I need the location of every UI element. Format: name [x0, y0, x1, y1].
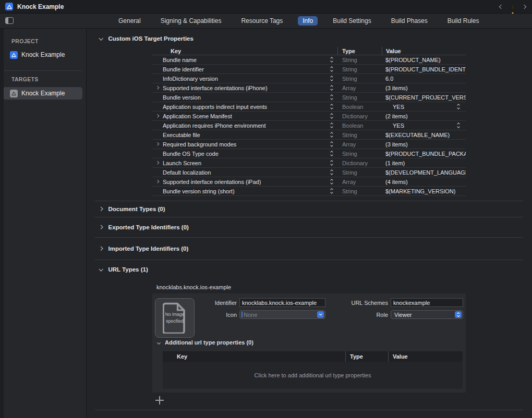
- disclosure-icon[interactable]: [152, 180, 163, 183]
- stepper-icon[interactable]: [331, 114, 333, 118]
- disclosure-icon[interactable]: [152, 115, 163, 117]
- tab-build-rules[interactable]: Build Rules: [443, 16, 484, 26]
- additional-properties-table: Key Type Value Click here to add additio…: [163, 351, 463, 389]
- forward-chevron-icon[interactable]: [522, 4, 527, 9]
- stepper-icon[interactable]: [331, 57, 333, 62]
- stepper-icon[interactable]: [331, 189, 333, 193]
- url-type-image-well[interactable]: No image specified: [155, 298, 195, 338]
- property-row[interactable]: Bundle OS Type codeString$(PRODUCT_BUNDL…: [152, 149, 466, 158]
- property-row[interactable]: Bundle nameString$(PRODUCT_NAME): [152, 55, 466, 65]
- sidebar-gutter: [0, 29, 4, 418]
- chevron-right-icon: [99, 225, 103, 229]
- section-custom-ios-target-properties[interactable]: Custom iOS Target Properties: [87, 35, 532, 42]
- tab-build-phases[interactable]: Build Phases: [386, 16, 432, 26]
- stepper-icon[interactable]: [331, 142, 333, 146]
- stepper-icon[interactable]: [331, 123, 333, 128]
- stepper-icon[interactable]: [331, 76, 333, 81]
- section-imported-type-identifiers[interactable]: Imported Type Identifiers (0): [87, 238, 532, 260]
- editor-tab-bar: GeneralSigning & CapabilitiesResource Ta…: [0, 14, 532, 29]
- property-key: Launch Screen: [163, 160, 331, 166]
- tab-signing-capabilities[interactable]: Signing & Capabilities: [156, 16, 226, 26]
- titlebar: Knock Example !: [0, 0, 532, 14]
- property-row[interactable]: Executable fileString$(EXECUTABLE_NAME): [152, 130, 466, 140]
- stepper-icon[interactable]: [331, 104, 333, 109]
- property-type: String: [337, 169, 382, 176]
- property-key: Application supports indirect input even…: [163, 104, 331, 110]
- property-key: InfoDictionary version: [163, 76, 331, 82]
- column-type: Type: [337, 47, 382, 55]
- property-type: Dictionary: [337, 160, 382, 166]
- property-row[interactable]: Launch ScreenDictionary(1 item): [152, 158, 466, 168]
- column-value: Value: [382, 47, 466, 55]
- section-exported-type-identifiers[interactable]: Exported Type Identifiers (0): [87, 217, 532, 237]
- property-row[interactable]: Application requires iPhone environmentB…: [152, 121, 466, 130]
- chevron-right-icon: [99, 207, 103, 211]
- property-value: (2 items): [385, 113, 408, 119]
- icon-popup[interactable]: None: [239, 310, 325, 319]
- sidebar-item-target[interactable]: Knock Example: [3, 87, 82, 100]
- stepper-icon[interactable]: [331, 95, 333, 100]
- property-value: YES: [393, 104, 404, 110]
- disclosure-icon[interactable]: [152, 143, 163, 145]
- identifier-field[interactable]: [239, 298, 325, 307]
- disclosure-icon[interactable]: [152, 87, 163, 89]
- property-row[interactable]: Supported interface orientations (iPad)A…: [152, 177, 466, 187]
- chevron-down-icon: [157, 340, 161, 344]
- property-key: Bundle version: [163, 94, 331, 101]
- target-icon: [10, 90, 18, 97]
- tab-info[interactable]: Info: [298, 16, 318, 26]
- property-row[interactable]: Bundle identifierString$(PRODUCT_BUNDLE_…: [152, 65, 466, 74]
- add-url-type-button[interactable]: [155, 396, 164, 404]
- property-row[interactable]: Application supports indirect input even…: [152, 102, 466, 112]
- target-tabs: GeneralSigning & CapabilitiesResource Ta…: [114, 14, 483, 28]
- identifier-label: Identifier: [200, 300, 237, 306]
- stepper-icon[interactable]: [457, 104, 460, 109]
- url-type-name: knocklabs.knock.ios-example: [156, 284, 532, 290]
- url-schemes-field[interactable]: [391, 298, 463, 307]
- sidebar-toggle-icon[interactable]: [5, 17, 14, 24]
- stepper-icon[interactable]: [331, 179, 333, 184]
- tab-build-settings[interactable]: Build Settings: [328, 16, 376, 26]
- disclosure-icon[interactable]: [152, 162, 163, 164]
- tab-general[interactable]: General: [114, 16, 146, 26]
- target-properties-table: Key Type Value Bundle nameString$(PRODUC…: [152, 47, 466, 196]
- property-type: String: [337, 132, 382, 138]
- property-row[interactable]: Default localizationString$(DEVELOPMENT_…: [152, 168, 466, 177]
- sidebar-item-project[interactable]: Knock Example: [3, 48, 82, 61]
- property-value: $(DEVELOPMENT_LANGUAGE): [385, 169, 466, 176]
- back-chevron-icon[interactable]: [499, 4, 504, 9]
- sidebar-project-label: Knock Example: [21, 51, 65, 58]
- role-popup[interactable]: Viewer: [391, 310, 463, 319]
- property-value: $(PRODUCT_NAME): [385, 57, 441, 63]
- add-property-placeholder[interactable]: Click here to add additional url type pr…: [163, 362, 463, 389]
- stepper-icon[interactable]: [331, 132, 333, 137]
- property-row[interactable]: Bundle version string (short)String$(MAR…: [152, 187, 466, 196]
- popup-button-icon: [455, 311, 462, 318]
- stepper-icon[interactable]: [331, 170, 333, 175]
- table-header: Key Type Value: [152, 47, 466, 55]
- property-row[interactable]: Bundle versionString$(CURRENT_PROJECT_VE…: [152, 93, 466, 102]
- table-header: Key Type Value: [163, 351, 463, 362]
- section-url-types[interactable]: URL Types (1): [87, 260, 532, 279]
- stepper-icon[interactable]: [331, 67, 333, 71]
- column-key: Key: [152, 48, 337, 54]
- bottom-divider: [95, 410, 523, 410]
- stepper-icon[interactable]: [457, 123, 460, 128]
- tab-resource-tags[interactable]: Resource Tags: [236, 16, 287, 26]
- property-row[interactable]: InfoDictionary versionString6.0: [152, 74, 466, 83]
- property-row[interactable]: Required background modesArray(3 items): [152, 140, 466, 149]
- stepper-icon[interactable]: [331, 151, 333, 156]
- stepper-icon[interactable]: [331, 85, 333, 90]
- no-image-label: No image specified: [163, 302, 187, 334]
- stepper-icon[interactable]: [331, 161, 333, 165]
- property-row[interactable]: Application Scene ManifestDictionary(2 i…: [152, 112, 466, 121]
- section-title: Imported Type Identifiers (0): [108, 245, 189, 252]
- project-sidebar: PROJECT Knock Example TARGETS Knock Exam…: [0, 29, 87, 418]
- property-row[interactable]: Supported interface orientations (iPhone…: [152, 83, 466, 93]
- section-document-types[interactable]: Document Types (0): [87, 201, 532, 217]
- info-pane: Custom iOS Target Properties Key Type Va…: [87, 29, 532, 418]
- warning-icon[interactable]: !: [509, 3, 517, 10]
- chevron-down-icon: [99, 36, 103, 41]
- section-additional-url-type-properties[interactable]: Additional url type properties (0): [158, 339, 253, 346]
- target-properties-rows: Bundle nameString$(PRODUCT_NAME)Bundle i…: [152, 55, 466, 196]
